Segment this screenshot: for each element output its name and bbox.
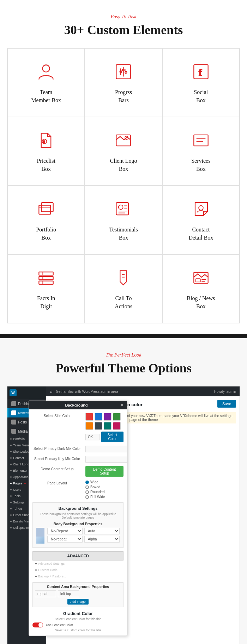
gradient-subtitle: Select Gradient Color for this title [46, 617, 124, 621]
color-swatch-pink[interactable] [113, 422, 121, 430]
color-swatches [85, 413, 124, 430]
popup-layout-row: Page Layout Wide Boxed Rounded Full Wide [46, 480, 124, 499]
element-portfolio-box: PortfolioBox [7, 186, 85, 254]
svg-text:f: f [199, 67, 202, 78]
element-facts-in-digit-label: Facts InDigit [37, 295, 55, 310]
color-swatch-red[interactable] [85, 413, 93, 421]
iveness-icon [11, 410, 16, 415]
portfolio-box-icon [36, 198, 57, 219]
popup-key-label: Select Primary Key Mix Color [46, 456, 82, 461]
svg-rect-12 [116, 135, 131, 146]
wp-menu-posts-label: Posts [18, 420, 27, 424]
testimonials-box-icon [113, 198, 134, 219]
popup-close-icon[interactable]: ✕ [120, 403, 124, 408]
wp-main-area: ⌂ Get familiar with WordPress admin area… [46, 386, 240, 644]
advanced-section: ADVANCED Advanced Settings Custom Code B… [46, 551, 124, 580]
gradient-note: Select a custom color for this title [46, 628, 124, 632]
backup-item[interactable]: Backup + Restore... [46, 573, 124, 580]
popup-key-value [85, 456, 127, 463]
element-social-box: f SocialBox [162, 48, 240, 117]
popup-content: Select Skin Color [46, 409, 127, 636]
content-repeat-input[interactable] [46, 590, 56, 597]
popup-skin-label: Select Skin Color [46, 413, 82, 418]
select-btn[interactable]: Select Color [101, 432, 124, 442]
section1-subtitle: Easy To Task [7, 14, 240, 20]
element-blog-news-label: Blog / NewsBox [187, 295, 215, 310]
wp-topbar-text: Get familiar with WordPress admin area [56, 390, 118, 394]
popup-title: ✕ Background [46, 401, 127, 409]
popup-demo-row: Demo Content Setup Demo Content Setup [46, 466, 124, 477]
color-swatch-green[interactable] [113, 413, 121, 421]
contact-detail-icon [190, 198, 211, 219]
bg-controls: No-Repeat Auto No-repeat Alpha [47, 528, 120, 544]
layout-rounded[interactable]: Rounded [85, 490, 124, 494]
element-pricelist-box-label: PricelistBox [37, 157, 55, 173]
custom-code-item[interactable]: Custom Code [46, 567, 124, 573]
use-gradient-label: Use Gradient Color [46, 623, 73, 627]
facts-in-digit-icon [36, 267, 57, 288]
layout-radio-group: Wide Boxed Rounded Full Wide [85, 480, 124, 499]
element-blog-news: Blog / NewsBox [162, 254, 240, 323]
custom-elements-section: Easy To Task 30+ Custom Elements TeamMem… [0, 0, 247, 334]
dashboard-icon [11, 401, 16, 406]
wp-menu-media-label: Media [18, 429, 28, 433]
layout-wide[interactable]: Wide [85, 480, 124, 484]
color-swatch-purple[interactable] [104, 413, 112, 421]
pricelist-box-icon: $ [36, 130, 57, 151]
layout-full[interactable]: Full Wide [85, 495, 124, 499]
color-swatch-blue[interactable] [95, 413, 102, 421]
elements-grid: TeamMember Box ProgrssBars [7, 48, 240, 323]
layout-boxed[interactable]: Boxed [85, 485, 124, 489]
demo-setup-btn[interactable]: Demo Content Setup [85, 466, 124, 477]
element-client-logo-label: Client LogoBox [110, 157, 137, 173]
wp-content-area: Specify theme pages layout, the skin col… [46, 396, 240, 644]
wp-topbar-logo: ⌂ [50, 389, 52, 394]
bg-control-row1: No-Repeat Auto [47, 528, 120, 534]
key-color-input[interactable] [85, 456, 127, 463]
wp-admin-layout: W Dashboard Iveness Options Posts [7, 386, 240, 644]
element-client-logo: Client LogoBox [85, 117, 162, 186]
advanced-settings-item[interactable]: Advanced Settings [46, 561, 124, 567]
element-progress-bars: ProgrssBars [85, 48, 162, 117]
content-area-bg-title: Content Area Background Properties [46, 585, 121, 589]
dark-color-input[interactable] [85, 446, 127, 452]
add-image-btn[interactable]: Add Image [67, 599, 89, 605]
popup-overlay: ✕ Background Select Skin Color [46, 401, 127, 636]
wp-topbar-right: Howdy, admin [214, 390, 236, 394]
bg-section-title: Background Settings [46, 506, 120, 510]
bg-repeat-select[interactable]: No-Repeat [47, 528, 83, 534]
bg-props-row: No-Repeat Auto No-repeat Alpha [46, 528, 120, 544]
color-swatch-dark[interactable] [95, 422, 102, 430]
popup-dark-row: Select Primary Dark Mix Color [46, 446, 124, 452]
element-call-to-actions-label: Call ToActions [115, 295, 132, 310]
svg-point-26 [199, 205, 203, 210]
popup-demo-value: Demo Content Setup [85, 466, 124, 477]
section2-title: Powerful Theme Options [7, 361, 240, 376]
bg-position-select[interactable]: No-repeat [47, 536, 83, 543]
advanced-title[interactable]: ADVANCED [46, 551, 124, 561]
element-testimonials-box-label: TestimonialsBox [109, 226, 138, 242]
posts-icon [11, 420, 16, 425]
element-services-box-label: ServicesBox [191, 157, 210, 173]
popup-dark-label: Select Primary Dark Mix Color [46, 446, 82, 451]
wp-sidebar-header: W [7, 386, 46, 399]
body-bg-title: Body Background Properties [46, 522, 120, 526]
color-swatch-teal[interactable] [104, 422, 112, 430]
element-portfolio-box-label: PortfolioBox [36, 226, 56, 242]
content-area-bg: Content Area Background Properties Add I… [46, 582, 124, 607]
content-pos-input[interactable] [58, 590, 79, 597]
element-contact-detail-label: ContactDetail Box [188, 226, 213, 242]
bg-size-select[interactable]: Auto [84, 528, 120, 534]
gradient-toggle-row: Use Gradient Color [46, 623, 124, 627]
skin-ok-input[interactable] [85, 434, 100, 440]
content-bg-row1 [46, 590, 121, 597]
element-contact-detail: ContactDetail Box [162, 186, 240, 254]
color-swatch-orange[interactable] [85, 422, 93, 430]
wp-save-button[interactable]: Save [217, 400, 236, 408]
team-member-icon [36, 61, 57, 82]
wp-admin-screenshot: W Dashboard Iveness Options Posts [7, 386, 240, 644]
wp-bg-settings: Background Settings These background con… [46, 502, 124, 548]
theme-options-section: The PerFect Look Powerful Theme Options … [0, 338, 247, 644]
bg-attach-select[interactable]: Alpha [84, 536, 120, 543]
section2-subtitle: The PerFect Look [7, 352, 240, 358]
